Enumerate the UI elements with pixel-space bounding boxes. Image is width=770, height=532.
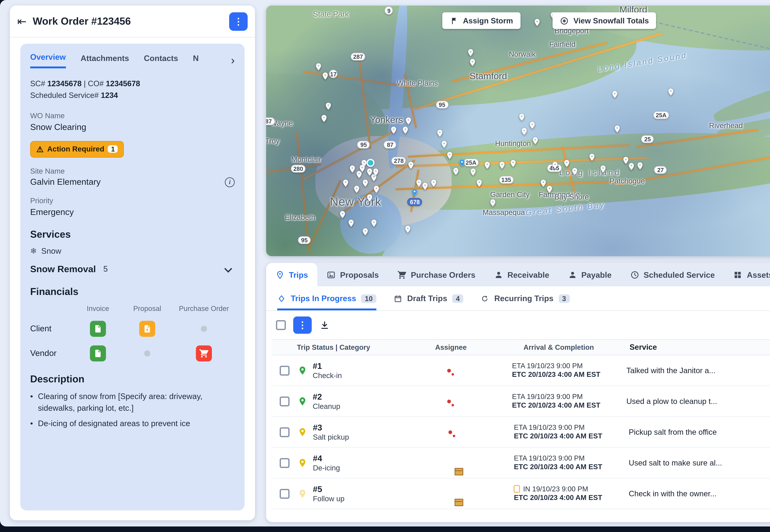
map-marker-pin[interactable]	[361, 226, 370, 238]
trip-category: Salt pickup	[313, 433, 349, 441]
map-marker-pin[interactable]	[407, 160, 416, 171]
tab-contacts[interactable]: Contacts	[144, 53, 178, 67]
map-marker-pin[interactable]	[475, 177, 484, 189]
map[interactable]: State ParkMilfordBridgeportFairfieldNorw…	[266, 6, 770, 256]
back-icon[interactable]	[17, 14, 26, 28]
map-marker-pin[interactable]	[528, 120, 536, 131]
map-marker-pin[interactable]	[469, 166, 477, 178]
tab-purchase-orders[interactable]: Purchase Orders	[388, 263, 485, 286]
subtab-recurring-trips[interactable]: Recurring Trips3	[481, 286, 570, 310]
map-marker-pin[interactable]	[551, 160, 559, 171]
tab-proposals[interactable]: Proposals	[317, 263, 388, 286]
map-marker-pin[interactable]	[509, 157, 517, 169]
vendor-invoice-button[interactable]	[90, 345, 106, 361]
export-button[interactable]	[319, 320, 330, 331]
map-marker-pin[interactable]	[627, 161, 636, 173]
map-marker-pin[interactable]	[588, 152, 596, 163]
client-invoice-button[interactable]	[90, 321, 106, 337]
map-marker-pin[interactable]	[599, 163, 607, 175]
tabs-overflow-chevron-icon[interactable]	[231, 54, 235, 67]
map-marker-pin[interactable]	[371, 166, 380, 178]
map-marker-pin[interactable]	[404, 223, 413, 235]
map-marker-pin[interactable]	[361, 177, 370, 189]
map-marker-pin[interactable]	[440, 139, 448, 150]
map-marker-pin[interactable]	[517, 112, 526, 123]
map-marker-pin[interactable]	[498, 160, 506, 171]
client-proposal-button[interactable]	[139, 321, 155, 337]
map-marker-pin[interactable]	[365, 192, 374, 204]
trip-number[interactable]: #2	[313, 392, 340, 401]
work-order-tabs: Overview Attachments Contacts N	[30, 52, 235, 68]
map-marker-pin[interactable]	[421, 180, 429, 192]
tab-attachments[interactable]: Attachments	[81, 53, 129, 67]
subtab-draft-trips[interactable]: Draft Trips4	[394, 286, 464, 310]
vendor-po-cart-button[interactable]	[196, 345, 212, 361]
map-marker-pin[interactable]	[429, 177, 438, 189]
map-marker-pin[interactable]	[405, 115, 413, 127]
trip-number[interactable]: #1	[313, 361, 342, 370]
map-marker-pin[interactable]	[531, 135, 540, 146]
map-marker-pin[interactable]	[365, 155, 374, 166]
map-marker-pin[interactable]	[352, 183, 361, 195]
row-checkbox[interactable]	[279, 365, 289, 375]
select-all-checkbox[interactable]	[276, 320, 286, 330]
map-marker-pin[interactable]	[483, 160, 492, 171]
map-marker-pin[interactable]	[667, 86, 675, 98]
map-place-label: Huntington	[495, 139, 531, 148]
map-marker-pin[interactable]	[370, 218, 378, 229]
tab-overview[interactable]: Overview	[30, 52, 66, 68]
subtab-in-progress[interactable]: Trips In Progress10	[277, 286, 376, 310]
person-icon	[494, 270, 503, 279]
trip-number[interactable]: #5	[313, 484, 344, 494]
map-marker-pin[interactable]	[466, 47, 475, 59]
map-marker-pin[interactable]	[411, 187, 419, 198]
info-icon[interactable]	[225, 177, 235, 187]
map-marker-pin[interactable]	[613, 123, 622, 135]
action-required-badge[interactable]: Action Required 1	[30, 141, 124, 157]
map-marker-pin[interactable]	[338, 209, 347, 221]
tab-trips[interactable]: Trips	[266, 263, 317, 286]
map-marker-pin[interactable]	[545, 183, 554, 195]
tab-scheduled-service[interactable]: Scheduled Service	[621, 263, 724, 286]
bulk-actions-menu-button[interactable]	[293, 316, 312, 334]
service-group-row[interactable]: Snow Removal 5	[30, 263, 235, 274]
row-checkbox[interactable]	[280, 427, 289, 437]
map-marker-pin[interactable]	[390, 124, 398, 136]
map-marker-pin[interactable]	[347, 218, 355, 229]
map-marker-pin[interactable]	[445, 149, 454, 161]
row-checkbox[interactable]	[280, 489, 289, 498]
map-marker-pin[interactable]	[314, 61, 323, 73]
work-order-panel: Work Order #123456 Overview Attachments …	[10, 6, 255, 520]
service-type: Snow	[41, 246, 61, 255]
row-checkbox[interactable]	[279, 396, 289, 406]
map-marker-pin[interactable]	[636, 160, 645, 172]
map-marker-pin[interactable]	[435, 127, 444, 139]
tab-notes[interactable]: N	[193, 53, 199, 67]
map-marker-pin[interactable]	[324, 100, 333, 112]
view-snowfall-totals-button[interactable]: View Snowfall Totals	[553, 12, 656, 29]
row-checkbox[interactable]	[280, 458, 289, 468]
work-order-menu-button[interactable]	[229, 12, 248, 30]
tab-receivable[interactable]: Receivable	[485, 263, 559, 286]
trip-category: Check-in	[313, 371, 342, 380]
trip-number[interactable]: #3	[313, 423, 349, 432]
map-marker-pin[interactable]	[533, 17, 542, 28]
trip-number[interactable]: #4	[313, 453, 340, 463]
map-place-label: Patchogue	[610, 177, 645, 185]
assign-storm-button[interactable]: Assign Storm	[442, 12, 520, 29]
map-marker-pin[interactable]	[520, 125, 528, 137]
map-marker-pin[interactable]	[488, 197, 497, 209]
tab-assets[interactable]: Assets	[724, 263, 770, 286]
tab-payable[interactable]: Payable	[559, 263, 621, 286]
map-marker-pin[interactable]	[320, 113, 328, 125]
map-marker-pin[interactable]	[611, 89, 619, 101]
table-row: #3 Salt pickup ETA 19/10/23 9:00 PM ETC …	[272, 417, 770, 448]
chevron-down-icon[interactable]	[224, 265, 232, 273]
map-marker-pin[interactable]	[562, 157, 571, 169]
snowfall-circle-icon	[560, 16, 569, 25]
calendar-icon	[394, 294, 402, 303]
map-marker-pin[interactable]	[458, 157, 466, 169]
map-marker-pin[interactable]	[341, 177, 350, 189]
etc-text: ETC 20/10/23 4:00 AM EST	[514, 432, 602, 439]
map-marker-pin[interactable]	[571, 165, 579, 177]
